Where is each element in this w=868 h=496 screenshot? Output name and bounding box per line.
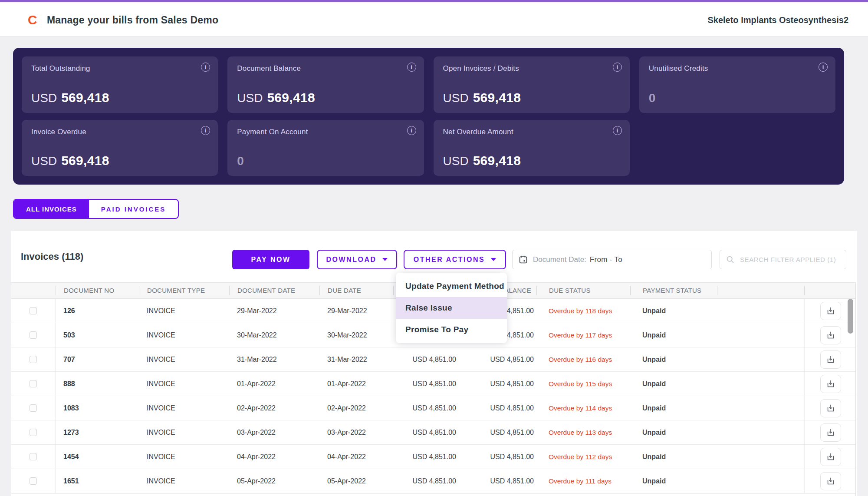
download-invoice-button[interactable]	[820, 375, 841, 393]
actions-cell	[804, 469, 856, 493]
other-actions-button[interactable]: OTHER ACTIONS	[404, 250, 506, 269]
tab-all-invoices[interactable]: ALL INVOICES	[14, 200, 89, 218]
download-icon	[826, 306, 835, 316]
due-status-cell: Overdue by 118 days	[536, 307, 630, 315]
payment-status-cell: Unpaid	[630, 477, 717, 485]
document-date-filter[interactable]: Document Date: From - To	[512, 250, 712, 269]
summary-card-label: Total Outstanding	[31, 64, 208, 73]
other-actions-menu: Update Payment Method Raise Issue Promis…	[396, 273, 507, 343]
summary-card-value: 0	[237, 154, 244, 168]
row-checkbox-cell	[11, 299, 56, 323]
info-icon[interactable]: i	[201, 63, 210, 72]
document-date-cell: 01-Apr-2022	[229, 380, 319, 388]
row-checkbox[interactable]	[30, 356, 37, 363]
row-checkbox[interactable]	[30, 429, 37, 436]
vertical-scrollbar-thumb[interactable]	[848, 299, 853, 334]
due-status-cell: Overdue by 113 days	[536, 429, 630, 436]
summary-card: Net Overdue Amount i USD569,418	[434, 120, 630, 176]
page-title: Manage your bills from Sales Demo	[47, 14, 218, 26]
col-document-no: DOCUMENT NO	[56, 286, 139, 295]
download-invoice-button[interactable]	[820, 351, 841, 369]
amount-cell: USD 4,851.00	[393, 380, 463, 388]
info-icon[interactable]: i	[407, 126, 416, 135]
info-icon[interactable]: i	[613, 126, 622, 135]
info-icon[interactable]: i	[201, 126, 210, 135]
row-checkbox[interactable]	[30, 477, 37, 485]
download-button-label: DOWNLOAD	[326, 256, 377, 264]
brand-logo-icon: C	[28, 13, 37, 27]
pay-now-button[interactable]: PAY NOW	[232, 250, 309, 269]
col-blank	[717, 286, 804, 295]
date-filter-range: From - To	[590, 255, 622, 264]
menu-item[interactable]: Promise To Pay	[396, 319, 507, 341]
due-status-cell: Overdue by 116 days	[536, 356, 630, 364]
document-date-cell: 05-Apr-2022	[229, 477, 319, 485]
currency-prefix: USD	[31, 154, 57, 168]
menu-item[interactable]: Update Payment Method	[396, 275, 507, 297]
app-header: C Manage your bills from Sales Demo Skel…	[0, 2, 868, 36]
row-checkbox[interactable]	[30, 307, 37, 314]
other-actions-button-label: OTHER ACTIONS	[414, 256, 485, 264]
summary-card-value: USD569,418	[443, 153, 521, 168]
document-date-cell: 03-Apr-2022	[229, 429, 319, 436]
document-no-cell: 1273	[56, 429, 139, 436]
col-document-type: DOCUMENT TYPE	[139, 286, 229, 295]
summary-card-value: 0	[649, 91, 656, 105]
summary-card-label: Open Invoices / Debits	[443, 64, 620, 73]
document-no-cell: 503	[56, 331, 139, 339]
tab-paid-invoices[interactable]: PAID INVOICES	[89, 200, 178, 218]
amount-cell: USD 4,851.00	[393, 429, 463, 436]
summary-card-label: Document Balance	[237, 64, 414, 73]
download-invoice-button[interactable]	[820, 423, 841, 442]
download-button[interactable]: DOWNLOAD	[317, 250, 397, 269]
menu-item[interactable]: Raise Issue	[396, 297, 507, 319]
payment-status-cell: Unpaid	[630, 404, 717, 412]
due-date-cell: 30-Mar-2022	[319, 331, 393, 339]
col-select	[11, 286, 56, 295]
table-row: 1273 INVOICE 03-Apr-2022 03-Apr-2022 USD…	[11, 420, 855, 445]
row-checkbox[interactable]	[30, 453, 37, 460]
actions-cell	[804, 396, 856, 420]
summary-card: Open Invoices / Debits i USD569,418	[434, 56, 630, 113]
actions-cell	[804, 347, 856, 371]
row-checkbox-cell	[11, 323, 56, 347]
download-invoice-button[interactable]	[820, 326, 841, 344]
summary-card-value: USD569,418	[443, 90, 521, 105]
document-date-cell: 02-Apr-2022	[229, 404, 319, 412]
download-invoice-button[interactable]	[820, 448, 841, 466]
due-date-cell: 29-Mar-2022	[319, 307, 393, 315]
row-checkbox[interactable]	[30, 404, 37, 412]
due-date-cell: 02-Apr-2022	[319, 404, 393, 412]
download-invoice-button[interactable]	[820, 302, 841, 320]
actions-cell	[804, 372, 856, 396]
col-due-status: DUE STATUS	[536, 286, 630, 295]
summary-card: Invoice Overdue i USD569,418	[22, 120, 218, 176]
search-icon	[726, 255, 735, 264]
row-checkbox-cell	[11, 469, 56, 493]
document-type-cell: INVOICE	[139, 477, 229, 485]
info-icon[interactable]: i	[613, 63, 622, 72]
download-invoice-button[interactable]	[820, 472, 841, 490]
payment-status-cell: Unpaid	[630, 380, 717, 388]
row-checkbox-cell	[11, 420, 56, 444]
balance-cell: USD 4,851.00	[463, 429, 536, 436]
search-filter-input[interactable]: SEARCH FILTER APPLIED (1)	[720, 250, 846, 269]
invoices-count-title: Invoices (118)	[21, 251, 83, 262]
download-invoice-button[interactable]	[820, 399, 841, 417]
info-icon[interactable]: i	[819, 63, 828, 72]
row-checkbox[interactable]	[30, 331, 37, 339]
table-row: 1454 INVOICE 04-Apr-2022 04-Apr-2022 USD…	[11, 445, 855, 469]
account-name: Skeleto Implants Osteosynthesis2	[707, 15, 848, 25]
search-placeholder: SEARCH FILTER APPLIED (1)	[740, 256, 836, 263]
table-row: 888 INVOICE 01-Apr-2022 01-Apr-2022 USD …	[11, 372, 855, 396]
download-icon	[826, 331, 835, 340]
row-checkbox-cell	[11, 445, 56, 469]
payment-status-cell: Unpaid	[630, 356, 717, 364]
due-date-cell: 04-Apr-2022	[319, 453, 393, 461]
currency-prefix: USD	[237, 91, 263, 105]
due-date-cell: 31-Mar-2022	[319, 356, 393, 364]
summary-card-value: USD569,418	[31, 90, 109, 105]
row-checkbox[interactable]	[30, 380, 37, 387]
due-status-cell: Overdue by 114 days	[536, 404, 630, 412]
info-icon[interactable]: i	[407, 63, 416, 72]
